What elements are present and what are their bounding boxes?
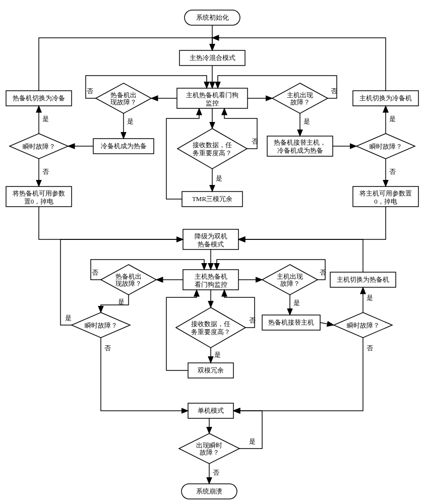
svg-text:是: 是 bbox=[303, 117, 310, 125]
svg-text:瞬时故障？: 瞬时故障？ bbox=[85, 322, 117, 329]
svg-text:否: 否 bbox=[92, 269, 98, 276]
svg-text:看门狗监控: 看门狗监控 bbox=[195, 281, 227, 288]
svg-text:热备模式: 热备模式 bbox=[198, 240, 224, 248]
svg-text:主热冷混合模式: 主热冷混合模式 bbox=[190, 54, 235, 61]
watchdog2-box: 主机热备机 看门狗监控 bbox=[183, 270, 238, 290]
svg-text:热备机接替主机，: 热备机接替主机， bbox=[274, 139, 326, 146]
svg-text:出现瞬时: 出现瞬时 bbox=[196, 442, 222, 449]
host-unavail-box: 将主机可用参数置 0，掉电 bbox=[353, 186, 418, 207]
svg-text:否: 否 bbox=[249, 317, 256, 324]
svg-text:置0，掉电: 置0，掉电 bbox=[24, 198, 54, 205]
single-box: 单机模式 bbox=[188, 403, 233, 418]
svg-text:瞬时故障？: 瞬时故障？ bbox=[370, 143, 402, 150]
edge-hoh-dg bbox=[238, 239, 363, 272]
trans3-diamond: 出现瞬时 故障？ bbox=[179, 433, 239, 464]
label-no: 否 bbox=[87, 87, 93, 95]
label-yes: 是 bbox=[127, 117, 134, 125]
svg-text:否: 否 bbox=[389, 168, 396, 175]
svg-text:主机热备机看门狗: 主机热备机看门狗 bbox=[186, 91, 238, 99]
svg-text:否: 否 bbox=[42, 168, 49, 175]
tmr-box: TMR三模冗余 bbox=[182, 192, 242, 207]
svg-text:故障？: 故障？ bbox=[280, 280, 300, 287]
edge-hf2-t2l bbox=[101, 295, 129, 312]
hot-to-cold-box: 热备机切换为冷备 bbox=[6, 91, 72, 106]
downgrade-dual-box: 降级为双机 热备模式 bbox=[183, 229, 238, 249]
svg-text:主机热备机: 主机热备机 bbox=[195, 273, 227, 280]
svg-text:系统初始化: 系统初始化 bbox=[196, 14, 229, 21]
svg-text:接收数据，任: 接收数据，任 bbox=[191, 320, 230, 328]
hot-take-host-cold-hot-box: 热备机接替主机， 冷备机成为热备 bbox=[267, 136, 333, 156]
svg-text:监控: 监控 bbox=[206, 99, 219, 107]
hot-take-host2-box: 热备机接替主机 bbox=[262, 315, 320, 330]
host-fail2-diamond: 主机出现 故障？ bbox=[262, 265, 318, 295]
svg-text:是: 是 bbox=[216, 174, 222, 182]
svg-text:是: 是 bbox=[65, 314, 72, 322]
svg-text:单机模式: 单机模式 bbox=[198, 407, 224, 414]
edge-hou-dg bbox=[238, 207, 386, 239]
recv1-diamond: 接收数据，任 务重要度高？ bbox=[177, 129, 247, 169]
trans1R-diamond: 瞬时故障？ bbox=[356, 134, 415, 159]
svg-text:否: 否 bbox=[331, 87, 337, 95]
svg-text:现故障？: 现故障？ bbox=[115, 280, 142, 287]
trans2R-diamond: 瞬时故障？ bbox=[334, 312, 392, 338]
recv2-diamond: 接收数据，任 务重要度高？ bbox=[176, 307, 246, 348]
edge-t2r-s bbox=[233, 338, 363, 411]
svg-text:故障？: 故障？ bbox=[200, 449, 219, 456]
svg-text:现故障？: 现故障？ bbox=[110, 98, 137, 106]
svg-text:降级为双机: 降级为双机 bbox=[195, 232, 227, 240]
svg-text:热备机接替主机: 热备机接替主机 bbox=[268, 319, 314, 326]
svg-text:热备机出: 热备机出 bbox=[115, 273, 142, 280]
svg-text:冷备机成为热备: 冷备机成为热备 bbox=[277, 147, 323, 154]
svg-text:接收数据，任: 接收数据，任 bbox=[193, 141, 232, 149]
edge-ht2-t2r bbox=[320, 323, 334, 325]
svg-text:是: 是 bbox=[293, 299, 300, 306]
svg-text:将主机可用参数置: 将主机可用参数置 bbox=[359, 190, 412, 197]
edge-t3-s bbox=[233, 411, 262, 449]
svg-text:主机切换为热备机: 主机切换为热备机 bbox=[337, 276, 389, 283]
hot-unavail-box: 将热备机可用参数 置0，掉电 bbox=[6, 186, 72, 207]
svg-text:冷备机成为热备: 冷备机成为热备 bbox=[101, 142, 147, 150]
svg-text:务重要度高？: 务重要度高？ bbox=[193, 149, 232, 157]
svg-text:双模冗余: 双模冗余 bbox=[198, 366, 224, 374]
svg-text:务重要度高？: 务重要度高？ bbox=[191, 328, 230, 336]
svg-text:热备机切换为冷备: 热备机切换为冷备 bbox=[13, 94, 65, 102]
hot-fail1-diamond: 热备机出 现故障？ bbox=[96, 83, 151, 113]
host-fail1-diamond: 主机出现 故障？ bbox=[272, 83, 328, 113]
svg-text:否: 否 bbox=[104, 344, 111, 352]
edge-hu-dg bbox=[39, 207, 183, 239]
svg-text:是: 是 bbox=[249, 437, 256, 445]
svg-text:主机切换为冷备机: 主机切换为冷备机 bbox=[359, 94, 412, 102]
svg-text:瞬时故障？: 瞬时故障？ bbox=[347, 322, 380, 329]
crash-node: 系统崩溃 bbox=[181, 484, 237, 499]
svg-text:否: 否 bbox=[213, 469, 219, 476]
svg-text:否: 否 bbox=[320, 269, 326, 276]
svg-text:0，掉电: 0，掉电 bbox=[374, 198, 397, 205]
svg-text:将热备机可用参数: 将热备机可用参数 bbox=[12, 190, 65, 197]
svg-text:热备机出: 热备机出 bbox=[110, 91, 137, 99]
trans1L-diamond: 瞬时故障？ bbox=[10, 134, 68, 159]
svg-text:否: 否 bbox=[367, 344, 373, 352]
svg-text:是: 是 bbox=[118, 298, 125, 305]
svg-text:是: 是 bbox=[214, 351, 221, 358]
hotcold-mode-box: 主热冷混合模式 bbox=[179, 50, 245, 66]
svg-text:TMR三模冗余: TMR三模冗余 bbox=[192, 195, 232, 203]
cold-to-hot-box: 冷备机成为热备 bbox=[93, 139, 154, 154]
host-to-hot-box: 主机切换为热备机 bbox=[330, 272, 396, 287]
start-node: 系统初始化 bbox=[185, 10, 240, 25]
svg-text:是: 是 bbox=[367, 294, 373, 301]
svg-text:否: 否 bbox=[252, 138, 258, 145]
svg-text:是: 是 bbox=[42, 115, 49, 122]
svg-text:是: 是 bbox=[389, 115, 396, 122]
dual-redund-box: 双模冗余 bbox=[188, 363, 233, 378]
svg-text:主机出现: 主机出现 bbox=[287, 91, 313, 99]
svg-text:故障？: 故障？ bbox=[290, 98, 310, 106]
watchdog1-box: 主机热备机看门狗 监控 bbox=[177, 88, 248, 108]
svg-text:主机出现: 主机出现 bbox=[277, 273, 303, 280]
svg-text:瞬时故障？: 瞬时故障？ bbox=[23, 143, 55, 150]
hot-fail2-diamond: 热备机出 现故障？ bbox=[101, 265, 156, 295]
svg-text:系统崩溃: 系统崩溃 bbox=[196, 487, 222, 495]
trans2L-diamond: 瞬时故障？ bbox=[72, 312, 130, 338]
host-to-cold-box: 主机切换为冷备机 bbox=[353, 91, 418, 106]
edge-t2l-s bbox=[101, 338, 188, 411]
